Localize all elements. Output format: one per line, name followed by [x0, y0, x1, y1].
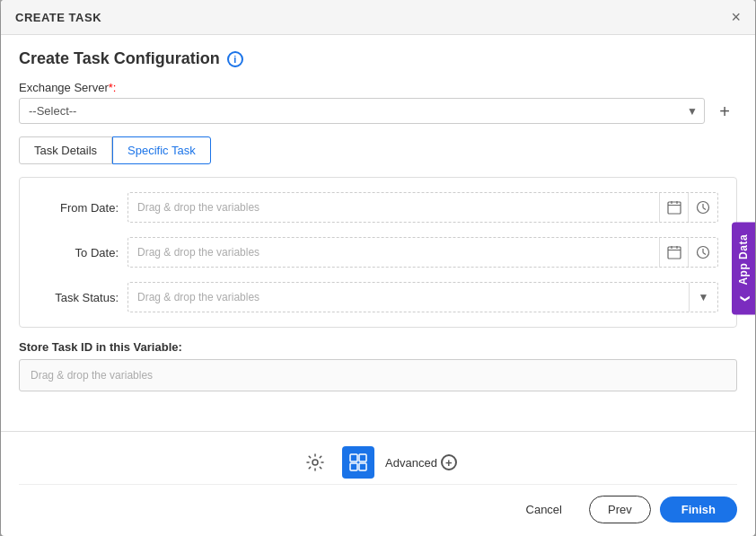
app-data-tab[interactable]: ❮ App Data — [732, 222, 755, 314]
exchange-server-label: Exchange Server*: — [19, 81, 737, 94]
task-status-label: Task Status: — [38, 291, 119, 304]
exchange-server-select-wrapper: --Select-- ▼ — [19, 98, 705, 124]
advanced-label: Advanced — [385, 456, 437, 470]
modal-content: Create Task Configuration i Exchange Ser… — [1, 35, 755, 431]
app-data-chevron-icon: ❮ — [739, 294, 749, 303]
svg-rect-17 — [350, 463, 357, 470]
close-button[interactable]: × — [731, 9, 741, 25]
svg-rect-7 — [668, 247, 681, 259]
modal-header: CREATE TASK × — [1, 0, 755, 35]
from-date-icons — [659, 193, 717, 222]
settings-icon-button[interactable] — [299, 446, 331, 479]
svg-rect-15 — [350, 454, 357, 461]
required-marker: *: — [109, 81, 117, 94]
modal-body: Create Task Configuration i Exchange Ser… — [1, 35, 755, 431]
specific-task-panel: From Date: Drag & drop the variables — [19, 177, 737, 328]
store-variable-section: Store Task ID in this Variable: Drag & d… — [19, 340, 737, 391]
modal-title: CREATE TASK — [15, 11, 101, 24]
exchange-server-select[interactable]: --Select-- — [19, 98, 705, 124]
store-variable-label: Store Task ID in this Variable: — [19, 340, 737, 354]
to-date-placeholder: Drag & drop the variables — [128, 240, 659, 265]
finish-button[interactable]: Finish — [660, 496, 737, 523]
modal-footer: Advanced + Cancel Prev Finish — [1, 431, 755, 536]
bottom-icons-row: Advanced + — [19, 441, 737, 485]
svg-rect-0 — [668, 202, 681, 214]
task-status-row: Task Status: Drag & drop the variables ▼ — [38, 282, 718, 312]
svg-rect-16 — [359, 454, 366, 461]
tab-task-details[interactable]: Task Details — [19, 136, 112, 164]
task-status-placeholder: Drag & drop the variables — [128, 285, 689, 310]
section-title: Create Task Configuration i — [19, 49, 737, 68]
task-status-input[interactable]: Drag & drop the variables ▼ — [127, 282, 718, 312]
prev-button[interactable]: Prev — [589, 496, 651, 523]
to-date-label: To Date: — [38, 246, 119, 259]
to-date-clock-icon[interactable] — [689, 238, 717, 267]
store-variable-input[interactable]: Drag & drop the variables — [19, 359, 737, 391]
from-date-placeholder: Drag & drop the variables — [128, 195, 659, 220]
svg-line-13 — [703, 253, 706, 255]
svg-rect-18 — [359, 463, 366, 470]
to-date-row: To Date: Drag & drop the variables — [38, 237, 718, 268]
store-variable-placeholder: Drag & drop the variables — [31, 369, 153, 382]
from-date-label: From Date: — [38, 201, 119, 215]
info-icon[interactable]: i — [227, 51, 243, 67]
from-date-row: From Date: Drag & drop the variables — [38, 192, 718, 223]
tabs-container: Task Details Specific Task — [19, 136, 737, 164]
svg-point-14 — [312, 460, 318, 465]
exchange-server-row: --Select-- ▼ + — [19, 98, 737, 124]
advanced-button[interactable]: Advanced + — [385, 454, 457, 470]
svg-line-6 — [703, 208, 706, 210]
tab-specific-task[interactable]: Specific Task — [112, 136, 211, 164]
section-title-text: Create Task Configuration — [19, 49, 220, 68]
to-date-icons — [659, 238, 717, 267]
modal-overlay: CREATE TASK × Create Task Configuration … — [0, 0, 756, 536]
cancel-button[interactable]: Cancel — [508, 496, 580, 523]
from-date-calendar-icon[interactable] — [660, 193, 689, 222]
modal-container: CREATE TASK × Create Task Configuration … — [1, 0, 755, 536]
to-date-input[interactable]: Drag & drop the variables — [127, 237, 718, 268]
from-date-clock-icon[interactable] — [689, 193, 717, 222]
list-icon-button[interactable] — [342, 446, 374, 479]
app-data-label: App Data — [737, 234, 750, 286]
task-status-chevron-icon[interactable]: ▼ — [689, 283, 717, 312]
add-exchange-server-button[interactable]: + — [712, 99, 737, 124]
action-buttons-row: Cancel Prev Finish — [19, 492, 737, 527]
to-date-calendar-icon[interactable] — [660, 238, 689, 267]
from-date-input[interactable]: Drag & drop the variables — [127, 192, 718, 223]
advanced-plus-icon: + — [441, 454, 457, 470]
